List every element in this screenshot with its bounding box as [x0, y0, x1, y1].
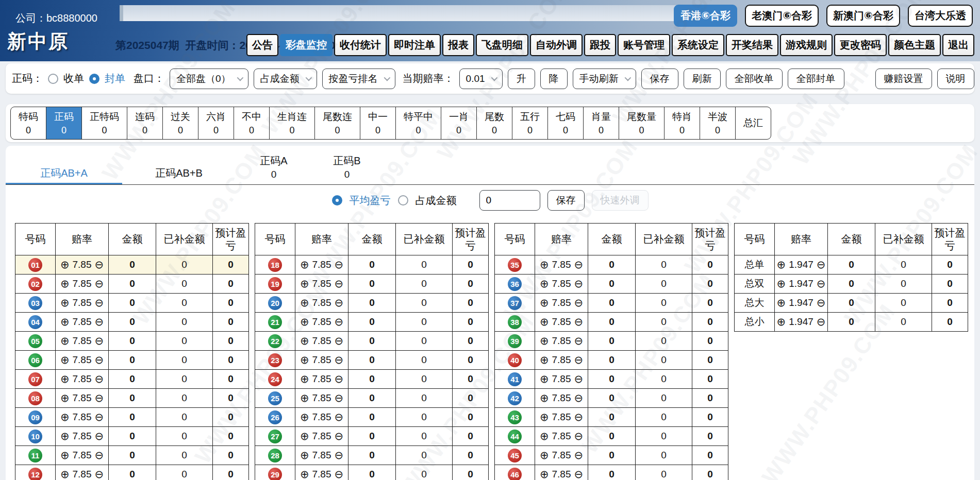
minus-icon[interactable]: ⊖	[574, 317, 583, 328]
plus-icon[interactable]: ⊕	[300, 374, 309, 385]
category-tab-六肖[interactable]: 六肖0	[198, 107, 234, 139]
minus-icon[interactable]: ⊖	[334, 469, 343, 480]
table-row[interactable]: 总单⊕1.947⊖000	[735, 255, 968, 275]
table-row[interactable]: 42⊕7.85⊖000	[495, 389, 728, 408]
plus-icon[interactable]: ⊕	[300, 355, 309, 366]
avg-profit-label[interactable]: 平均盈亏	[350, 194, 391, 208]
plus-icon[interactable]: ⊕	[777, 260, 786, 270]
nav-item-即时注单[interactable]: 即时注单	[388, 34, 441, 56]
plus-icon[interactable]: ⊕	[540, 298, 549, 308]
table-row[interactable]: 25⊕7.85⊖000	[255, 389, 489, 408]
plus-icon[interactable]: ⊕	[60, 469, 70, 480]
table-row[interactable]: 06⊕7.85⊖000	[15, 351, 249, 370]
plus-icon[interactable]: ⊕	[300, 431, 309, 442]
plus-icon[interactable]: ⊕	[60, 298, 70, 308]
category-tab-尾数连[interactable]: 尾数连0	[314, 107, 360, 139]
table-row[interactable]: 44⊕7.85⊖000	[495, 427, 728, 446]
minus-icon[interactable]: ⊖	[817, 279, 826, 289]
share-amount-label[interactable]: 占成金额	[416, 194, 457, 208]
table-row[interactable]: 总大⊕1.947⊖000	[735, 294, 968, 313]
plus-icon[interactable]: ⊕	[300, 450, 309, 461]
minus-icon[interactable]: ⊖	[94, 298, 104, 308]
nav-item-退出[interactable]: 退出	[942, 34, 974, 56]
table-row[interactable]: 29⊕7.85⊖000	[255, 465, 489, 480]
refresh-button[interactable]: 刷新	[684, 68, 721, 89]
plus-icon[interactable]: ⊕	[777, 317, 786, 328]
table-row[interactable]: 07⊕7.85⊖000	[15, 370, 249, 389]
plus-icon[interactable]: ⊕	[540, 374, 549, 385]
plus-icon[interactable]: ⊕	[60, 374, 70, 385]
plus-icon[interactable]: ⊕	[60, 412, 70, 423]
table-row[interactable]: 36⊕7.85⊖000	[495, 275, 728, 294]
category-tab-特肖[interactable]: 特肖0	[664, 107, 700, 139]
minus-icon[interactable]: ⊖	[334, 431, 343, 442]
help-button[interactable]: 说明	[937, 68, 974, 89]
plus-icon[interactable]: ⊕	[60, 393, 70, 404]
plus-icon[interactable]: ⊕	[300, 317, 309, 328]
minus-icon[interactable]: ⊖	[94, 431, 104, 442]
minus-icon[interactable]: ⊖	[334, 317, 343, 328]
minus-icon[interactable]: ⊖	[574, 469, 583, 480]
table-row[interactable]: 41⊕7.85⊖000	[495, 370, 728, 389]
table-row[interactable]: 39⊕7.85⊖000	[495, 332, 728, 351]
sub-tab-正码AB+A[interactable]: 正码AB+A	[6, 161, 122, 184]
minus-icon[interactable]: ⊖	[817, 298, 826, 308]
plus-icon[interactable]: ⊕	[300, 469, 309, 480]
table-row[interactable]: 37⊕7.85⊖000	[495, 294, 728, 313]
plus-icon[interactable]: ⊕	[540, 393, 549, 404]
minus-icon[interactable]: ⊖	[94, 450, 104, 461]
category-tab-中一[interactable]: 中一0	[360, 107, 395, 139]
minus-icon[interactable]: ⊖	[334, 355, 343, 366]
minus-icon[interactable]: ⊖	[334, 450, 343, 461]
pan-select[interactable]: 全部盘（0）	[170, 68, 248, 89]
minus-icon[interactable]: ⊖	[817, 317, 826, 328]
table-row[interactable]: 10⊕7.85⊖000	[15, 427, 249, 446]
table-row[interactable]: 09⊕7.85⊖000	[15, 408, 249, 427]
minus-icon[interactable]: ⊖	[334, 279, 343, 289]
table-row[interactable]: 总小⊕1.947⊖000	[735, 313, 968, 332]
plus-icon[interactable]: ⊕	[540, 336, 549, 347]
plus-icon[interactable]: ⊕	[540, 317, 549, 328]
receive-all-button[interactable]: 全部收单	[726, 68, 783, 89]
category-tab-不中[interactable]: 不中0	[234, 107, 269, 139]
table-row[interactable]: 11⊕7.85⊖000	[15, 446, 249, 465]
table-row[interactable]: 20⊕7.85⊖000	[255, 294, 489, 313]
table-row[interactable]: 04⊕7.85⊖000	[15, 313, 249, 332]
plus-icon[interactable]: ⊕	[540, 279, 549, 289]
table-row[interactable]: 02⊕7.85⊖000	[15, 275, 249, 294]
category-tab-生肖连[interactable]: 生肖连0	[269, 107, 314, 139]
nav-item-自动外调[interactable]: 自动外调	[530, 34, 583, 56]
table-row[interactable]: 28⊕7.85⊖000	[255, 446, 489, 465]
nav-item-收付统计[interactable]: 收付统计	[334, 34, 387, 56]
category-tab-一肖[interactable]: 一肖0	[441, 107, 476, 139]
plus-icon[interactable]: ⊕	[300, 336, 309, 347]
avg-profit-radio[interactable]	[332, 195, 342, 205]
refresh-mode-select[interactable]: 手动刷新	[573, 68, 636, 89]
minus-icon[interactable]: ⊖	[94, 412, 104, 423]
plus-icon[interactable]: ⊕	[540, 469, 549, 480]
category-tab-尾数[interactable]: 尾数0	[476, 107, 512, 139]
rate-down-button[interactable]: 降	[540, 68, 568, 89]
minus-icon[interactable]: ⊖	[94, 393, 104, 404]
minus-icon[interactable]: ⊖	[574, 412, 583, 423]
plus-icon[interactable]: ⊕	[60, 336, 70, 347]
plus-icon[interactable]: ⊕	[300, 260, 309, 270]
lottery-button[interactable]: 老澳门⑥合彩	[745, 5, 819, 27]
table-row[interactable]: 01⊕7.85⊖000	[15, 255, 249, 275]
table-row[interactable]: 08⊕7.85⊖000	[15, 389, 249, 408]
category-tab-特码[interactable]: 特码0	[11, 107, 46, 139]
plus-icon[interactable]: ⊕	[540, 260, 549, 270]
amount-mode-select[interactable]: 占成金额	[254, 68, 317, 89]
plus-icon[interactable]: ⊕	[540, 355, 549, 366]
rate-step-select[interactable]: 0.01	[459, 68, 503, 89]
minus-icon[interactable]: ⊖	[574, 374, 583, 385]
minus-icon[interactable]: ⊖	[334, 374, 343, 385]
amount-input[interactable]	[479, 190, 540, 211]
minus-icon[interactable]: ⊖	[94, 336, 104, 347]
table-row[interactable]: 46⊕7.85⊖000	[495, 465, 728, 480]
category-tab-七码[interactable]: 七码0	[547, 107, 583, 139]
plus-icon[interactable]: ⊕	[540, 450, 549, 461]
plus-icon[interactable]: ⊕	[60, 317, 70, 328]
category-tab-连码[interactable]: 连码0	[127, 107, 162, 139]
nav-item-颜色主题[interactable]: 颜色主题	[888, 34, 941, 56]
